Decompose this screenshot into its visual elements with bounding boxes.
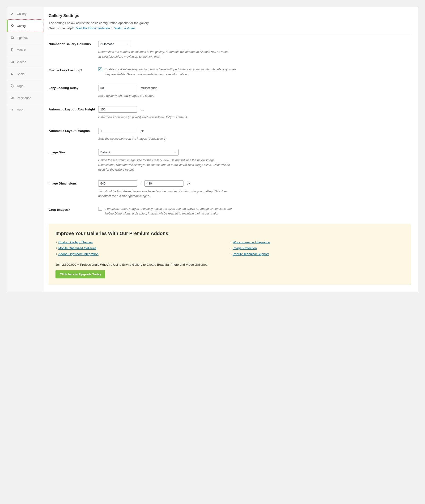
dimensions-unit: px [187,182,190,185]
label-margins: Automatic Layout: Margins [49,128,98,141]
sidebar-item-tags[interactable]: Tags [7,80,43,92]
sidebar-item-misc[interactable]: Misc [7,104,43,116]
row-height-unit: px [140,108,144,111]
divider [49,35,411,35]
label-columns: Number of Gallery Columns [49,41,98,59]
gear-icon [10,24,14,28]
row-crop: Crop Images? If enabled, forces images t… [49,206,411,216]
help-row-height: Determines how high (in pixels) each row… [98,115,230,120]
label-row-height: Automatic Layout: Row Height [49,106,98,120]
promo-link[interactable]: Mobile Optimized Galleries [58,246,96,250]
stack-icon [10,36,14,40]
svg-rect-1 [12,37,13,39]
sidebar-item-label: Pagination [17,96,31,100]
label-dimensions: Image Dimensions [49,180,98,198]
promo-link[interactable]: Woocommerce Integration [232,240,270,244]
promo-box: Improve Your Galleries With Our Premium … [49,224,411,285]
sidebar-item-lightbox[interactable]: Lightbox [7,32,43,44]
row-lazy: Enable Lazy Loading? Enables or disables… [49,67,411,76]
lazy-checkbox[interactable] [98,67,102,71]
sidebar-item-mobile[interactable]: Mobile [7,44,43,56]
label-lazy: Enable Lazy Loading? [49,67,98,76]
leaf-icon [10,12,14,16]
columns-select[interactable]: Automatic [98,41,131,47]
svg-point-3 [12,51,12,51]
sidebar-item-gallery[interactable]: Gallery [7,8,43,20]
mobile-icon [10,48,14,52]
video-icon [10,60,14,64]
help-dimensions: You should adjust these dimensions based… [98,189,230,198]
page-title: Gallery Settings [49,13,411,18]
help-margins: Sets the space between the images (defau… [98,136,230,141]
sidebar-item-label: Misc [17,108,23,112]
image-size-select[interactable]: Default [98,149,179,156]
svg-rect-4 [11,61,13,63]
settings-main: Gallery Settings The settings below adju… [43,7,418,292]
video-link[interactable]: Watch a Video [114,26,135,30]
wrench-icon [10,108,14,112]
svg-rect-7 [13,97,14,99]
label-image-size: Image Size [49,149,98,172]
promo-col-left: +Custom Gallery Themes +Mobile Optimized… [55,240,230,258]
sidebar-item-pagination[interactable]: Pagination [7,92,43,104]
row-height: Automatic Layout: Row Height px Determin… [49,106,411,120]
documentation-link[interactable]: Read the Documentation [75,26,110,30]
promo-col-right: +Woocommerce Integration +Image Protecti… [230,240,405,258]
pagination-icon [10,96,14,100]
help-lazy-delay: Set a delay when new images are loaded [98,93,230,98]
sidebar-item-videos[interactable]: Videos [7,56,43,68]
lazy-delay-input[interactable] [98,85,137,91]
row-margins: Automatic Layout: Margins px Sets the sp… [49,128,411,141]
dimensions-sep: × [140,182,142,185]
sidebar-item-label: Config [17,24,26,28]
settings-sidebar: Gallery Config Lightbox Mobile [7,7,43,292]
promo-link[interactable]: Priority Technical Support [232,252,269,256]
promo-note: Join 2,500,000 + Professionals Who Are U… [55,263,404,266]
help-lazy: Enables or disables lazy loading, which … [105,67,237,76]
lazy-delay-unit: milliseconds [140,86,157,90]
label-lazy-delay: Lazy Loading Delay [49,85,98,98]
label-crop: Crop Images? [49,206,98,216]
sidebar-item-label: Social [17,72,25,76]
page-description: The settings below adjust the basic conf… [49,20,411,31]
sidebar-item-social[interactable]: Social [7,68,43,80]
crop-checkbox[interactable] [98,207,102,211]
megaphone-icon [10,72,14,76]
svg-point-5 [11,85,12,85]
sidebar-item-label: Videos [17,60,26,64]
margins-unit: px [140,129,144,133]
promo-title: Improve Your Galleries With Our Premium … [55,231,404,236]
sidebar-item-label: Tags [17,84,23,88]
row-height-input[interactable] [98,106,137,112]
svg-rect-6 [11,97,12,98]
svg-rect-0 [11,37,13,39]
help-image-size: Define the maximum image size for the Ga… [98,158,230,172]
config-highlight: Config [7,19,43,32]
row-image-size: Image Size Default Define the maximum im… [49,149,411,172]
height-input[interactable] [145,180,183,187]
promo-link[interactable]: Image Protection [232,246,257,250]
row-columns: Number of Gallery Columns Automatic Dete… [49,41,411,59]
sidebar-item-label: Gallery [17,12,27,16]
margins-input[interactable] [98,128,137,134]
row-dimensions: Image Dimensions × px You should adjust … [49,180,411,198]
tag-icon [10,84,14,88]
help-columns: Determines the number of columns in the … [98,50,230,59]
upgrade-button[interactable]: Click here to Upgrade Today [55,270,105,278]
row-lazy-delay: Lazy Loading Delay milliseconds Set a de… [49,85,411,98]
promo-link[interactable]: Adobe Lightroom Integration [58,252,99,256]
help-crop: If enabled, forces images to exactly mat… [105,206,237,216]
sidebar-item-config[interactable]: Config [7,20,43,32]
width-input[interactable] [98,180,137,187]
promo-link[interactable]: Custom Gallery Themes [58,240,93,244]
sidebar-item-label: Mobile [17,48,26,52]
sidebar-item-label: Lightbox [17,36,28,40]
